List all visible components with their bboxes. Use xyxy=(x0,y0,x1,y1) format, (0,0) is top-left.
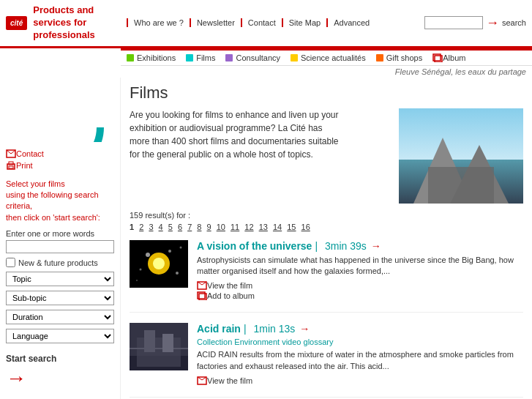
new-products-checkbox-row: New & future products xyxy=(6,258,114,267)
header: cité Products and services for professio… xyxy=(0,0,532,48)
nav-bar: Exhibitions Films Consultancy Science ac… xyxy=(121,51,532,66)
nav-films[interactable]: Films xyxy=(186,53,215,62)
nav-advanced[interactable]: Advanced xyxy=(326,18,375,27)
film-2-title[interactable]: Acid rain xyxy=(197,323,241,335)
page-7[interactable]: 7 xyxy=(187,223,192,231)
start-search-label: Start search xyxy=(6,354,114,364)
search-area: → search xyxy=(424,15,526,31)
svg-rect-30 xyxy=(137,338,181,367)
add-album-icon xyxy=(197,291,207,300)
words-input[interactable] xyxy=(6,240,114,253)
contact-link[interactable]: Contact xyxy=(6,149,114,158)
page-9[interactable]: 9 xyxy=(207,223,211,231)
sidebar-instructions: Select your films using the following se… xyxy=(6,179,114,224)
consultancy-label: Consultancy xyxy=(236,53,280,62)
page-1[interactable]: 1 xyxy=(130,223,134,231)
album-label: Album xyxy=(443,53,465,62)
content-area: Films Are you looking for films to enhan… xyxy=(121,78,532,399)
exhibitions-dot xyxy=(127,54,134,61)
desc-area: Are you looking for films to enhance and… xyxy=(130,108,391,168)
film-1-view-action[interactable]: View the film xyxy=(197,281,523,290)
page-8[interactable]: 8 xyxy=(197,223,201,231)
film-item-1: A vision of the universe | 3min 39s → As… xyxy=(130,240,523,313)
science-label: Science actualités xyxy=(301,53,366,62)
nav-album[interactable]: Album xyxy=(432,53,465,62)
svg-point-2 xyxy=(20,87,100,142)
site-title: Products and services for professionals xyxy=(33,4,95,42)
topic-select[interactable]: Topic xyxy=(6,272,114,286)
logo-box: cité xyxy=(6,16,27,30)
subtopic-select[interactable]: Sub-topic xyxy=(6,291,114,305)
album-icon xyxy=(432,53,443,62)
svg-point-21 xyxy=(136,280,138,281)
film-2-duration: 1min 13s xyxy=(254,323,296,335)
top-nav: Who are we ? Newsletter Contact Site Map… xyxy=(127,18,424,27)
film-2-arrow-icon: → xyxy=(299,323,310,335)
page-5[interactable]: 5 xyxy=(168,223,173,231)
page-6[interactable]: 6 xyxy=(178,223,182,231)
page-14[interactable]: 14 xyxy=(273,223,282,231)
new-products-checkbox[interactable] xyxy=(6,258,15,267)
consultancy-dot xyxy=(225,54,233,61)
film-details-2: Acid rain | 1min 13s → Collection Enviro… xyxy=(197,323,523,387)
search-button[interactable]: search xyxy=(502,18,526,27)
film-1-title[interactable]: A vision of the universe xyxy=(197,240,312,252)
page-15[interactable]: 15 xyxy=(287,223,296,231)
svg-rect-8 xyxy=(9,166,13,168)
films-dot xyxy=(186,54,193,61)
film-title-row-2: Acid rain | 1min 13s → xyxy=(197,323,523,335)
nav-contact[interactable]: Contact xyxy=(241,18,282,27)
new-products-label: New & future products xyxy=(18,258,98,267)
page-3[interactable]: 3 xyxy=(149,223,153,231)
nav-newsletter[interactable]: Newsletter xyxy=(190,18,241,27)
main-layout: Contact Print Select your films using th… xyxy=(0,78,532,399)
film-2-subtitle: Collection Environment video glossary xyxy=(197,338,523,346)
page-10[interactable]: 10 xyxy=(217,223,225,231)
nav-science[interactable]: Science actualités xyxy=(291,53,366,62)
nav-exhibitions[interactable]: Exhibitions xyxy=(127,53,176,62)
page-11[interactable]: 11 xyxy=(231,223,239,231)
giftshops-label: Gift shops xyxy=(386,53,423,62)
film-2-desc: ACID RAIN results from the mixture of wa… xyxy=(197,349,523,372)
subtitle-banner: Fleuve Sénégal, les eaux du partage xyxy=(121,66,532,78)
films-header: Are you looking for films to enhance and… xyxy=(130,108,523,204)
nav-consultancy[interactable]: Consultancy xyxy=(225,53,280,62)
language-select[interactable]: Language xyxy=(6,329,114,343)
sidebar: Contact Print Select your films using th… xyxy=(0,78,121,399)
exhibitions-label: Exhibitions xyxy=(137,53,176,62)
page-2[interactable]: 2 xyxy=(139,223,143,231)
view-film-icon xyxy=(197,281,207,290)
svg-point-19 xyxy=(140,268,142,270)
film-1-album-action[interactable]: Add to album xyxy=(197,291,523,300)
film-2-view-action[interactable]: View the film xyxy=(197,376,523,385)
page-16[interactable]: 16 xyxy=(301,223,310,231)
science-dot xyxy=(291,54,298,61)
film-title-row-1: A vision of the universe | 3min 39s → xyxy=(197,240,523,252)
print-link[interactable]: Print xyxy=(6,161,114,170)
svg-point-18 xyxy=(168,250,171,253)
nav-who[interactable]: Who are we ? xyxy=(127,18,190,27)
page-13[interactable]: 13 xyxy=(259,223,268,231)
films-label: Films xyxy=(196,53,215,62)
svg-rect-33 xyxy=(162,334,173,352)
giftshops-dot xyxy=(376,54,383,61)
duration-select[interactable]: Duration xyxy=(6,310,114,324)
search-arrow-icon: → xyxy=(486,15,499,31)
svg-point-20 xyxy=(176,272,179,275)
page-4[interactable]: 4 xyxy=(159,223,163,231)
view-film-2-icon xyxy=(197,376,207,385)
start-search-arrow-icon[interactable]: → xyxy=(6,367,114,390)
words-label: Enter one or more words xyxy=(6,229,114,238)
hero-image xyxy=(399,108,523,204)
svg-rect-13 xyxy=(428,167,494,204)
page-12[interactable]: 12 xyxy=(244,223,253,231)
print-icon xyxy=(6,161,16,170)
film-item-2: Acid rain | 1min 13s → Collection Enviro… xyxy=(130,323,523,398)
nav-sitemap[interactable]: Site Map xyxy=(282,18,326,27)
pagination: 1 2 3 4 5 6 7 8 9 10 11 12 13 14 15 16 xyxy=(130,223,523,231)
nav-giftshops[interactable]: Gift shops xyxy=(376,53,423,62)
film-1-arrow-icon: → xyxy=(371,240,381,252)
svg-rect-32 xyxy=(144,330,155,352)
main-search-input[interactable] xyxy=(424,16,483,29)
film-details-1: A vision of the universe | 3min 39s → As… xyxy=(197,240,523,302)
